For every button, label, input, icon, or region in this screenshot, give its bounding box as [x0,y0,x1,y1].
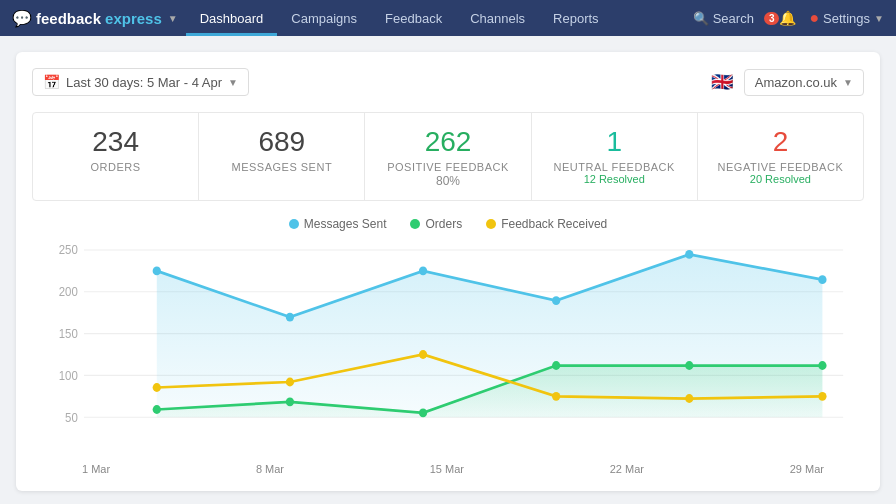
chart-legend: Messages Sent Orders Feedback Received [32,217,864,231]
filter-row: 📅 Last 30 days: 5 Mar - 4 Apr ▼ 🇬🇧 Amazo… [32,68,864,96]
legend-messages: Messages Sent [289,217,387,231]
msg-dot-3 [419,266,427,275]
marketplace-selector: 🇬🇧 Amazon.co.uk ▼ [708,68,864,96]
svg-text:50: 50 [65,410,78,423]
date-range-label: Last 30 days: 5 Mar - 4 Apr [66,75,222,90]
neutral-resolved: 12 Resolved [548,173,681,185]
negative-resolved: 20 Resolved [714,173,847,185]
notification-area[interactable]: 3 🔔 [764,10,800,26]
ord-dot-4 [552,361,560,370]
neutral-number: 1 [548,125,681,159]
legend-feedback-label: Feedback Received [501,217,607,231]
msg-dot-2 [286,312,294,321]
main-content: 📅 Last 30 days: 5 Mar - 4 Apr ▼ 🇬🇧 Amazo… [0,36,896,504]
legend-orders: Orders [410,217,462,231]
orders-number: 234 [49,125,182,159]
x-axis-labels: 1 Mar 8 Mar 15 Mar 22 Mar 29 Mar [32,459,864,475]
messages-number: 689 [215,125,348,159]
search-icon: 🔍 [693,11,709,26]
legend-feedback: Feedback Received [486,217,607,231]
orders-label: ORDERS [49,161,182,173]
settings-dot-icon: ● [809,9,819,27]
chart-area: 250 200 150 100 50 [32,239,864,459]
nav-right: 🔍 Search 3 🔔 ● Settings ▼ [693,9,884,27]
search-button[interactable]: 🔍 Search [693,11,754,26]
fb-dot-4 [552,391,560,400]
positive-label: POSITIVE FEEDBACK [381,161,514,173]
legend-orders-label: Orders [425,217,462,231]
msg-dot-4 [552,296,560,305]
positive-number: 262 [381,125,514,159]
stat-positive: 262 POSITIVE FEEDBACK 80% [365,113,531,200]
ord-dot-5 [685,361,693,370]
msg-dot-1 [153,266,161,275]
stat-negative: 2 NEGATIVE FEEDBACK 20 Resolved [698,113,863,200]
x-label-5: 29 Mar [790,463,824,475]
ord-dot-2 [286,397,294,406]
search-label: Search [713,11,754,26]
fb-dot-3 [419,350,427,359]
legend-messages-label: Messages Sent [304,217,387,231]
dashboard-card: 📅 Last 30 days: 5 Mar - 4 Apr ▼ 🇬🇧 Amazo… [16,52,880,491]
marketplace-arrow-icon: ▼ [843,77,853,88]
x-label-3: 15 Mar [430,463,464,475]
nav-item-campaigns[interactable]: Campaigns [277,0,371,36]
date-picker-arrow-icon: ▼ [228,77,238,88]
notification-badge: 3 [764,12,780,25]
chart-svg: 250 200 150 100 50 [32,239,864,459]
stat-neutral: 1 NEUTRAL FEEDBACK 12 Resolved [532,113,698,200]
ord-dot-3 [419,408,427,417]
svg-text:250: 250 [59,243,79,256]
date-range-picker[interactable]: 📅 Last 30 days: 5 Mar - 4 Apr ▼ [32,68,249,96]
ord-dot-1 [153,405,161,414]
stat-messages: 689 MESSAGES SENT [199,113,365,200]
msg-dot-6 [818,275,826,284]
fb-dot-6 [818,391,826,400]
messages-label: MESSAGES SENT [215,161,348,173]
stats-row: 234 ORDERS 689 MESSAGES SENT 262 POSITIV… [32,112,864,201]
fb-dot-2 [286,377,294,386]
bell-icon: 🔔 [779,10,796,26]
marketplace-label: Amazon.co.uk [755,75,837,90]
negative-label: NEGATIVE FEEDBACK [714,161,847,173]
x-label-1: 1 Mar [82,463,110,475]
flag-icon: 🇬🇧 [708,68,736,96]
fb-dot-5 [685,394,693,403]
x-label-2: 8 Mar [256,463,284,475]
legend-dot-blue [289,219,299,229]
ord-dot-6 [818,361,826,370]
nav-item-channels[interactable]: Channels [456,0,539,36]
fb-dot-1 [153,383,161,392]
nav-items: Dashboard Campaigns Feedback Channels Re… [186,0,613,36]
positive-sub: 80% [381,174,514,188]
brand-express-text: express [105,10,162,27]
x-label-4: 22 Mar [610,463,644,475]
legend-dot-yellow [486,219,496,229]
calendar-icon: 📅 [43,74,60,90]
stat-orders: 234 ORDERS [33,113,199,200]
svg-text:100: 100 [59,368,79,381]
settings-arrow-icon: ▼ [874,13,884,24]
negative-number: 2 [714,125,847,159]
msg-dot-5 [685,250,693,259]
brand-logo[interactable]: 💬 feedbackexpress ▼ [12,9,178,28]
settings-button[interactable]: ● Settings ▼ [809,9,884,27]
brand-icon: 💬 [12,9,32,28]
navbar: 💬 feedbackexpress ▼ Dashboard Campaigns … [0,0,896,36]
brand-dropdown-arrow[interactable]: ▼ [168,13,178,24]
svg-text:200: 200 [59,284,79,297]
marketplace-dropdown[interactable]: Amazon.co.uk ▼ [744,69,864,96]
neutral-label: NEUTRAL FEEDBACK [548,161,681,173]
legend-dot-green [410,219,420,229]
svg-text:150: 150 [59,326,79,339]
settings-label: Settings [823,11,870,26]
nav-item-feedback[interactable]: Feedback [371,0,456,36]
brand-feedback-text: feedback [36,10,101,27]
nav-item-reports[interactable]: Reports [539,0,613,36]
nav-item-dashboard[interactable]: Dashboard [186,0,278,36]
